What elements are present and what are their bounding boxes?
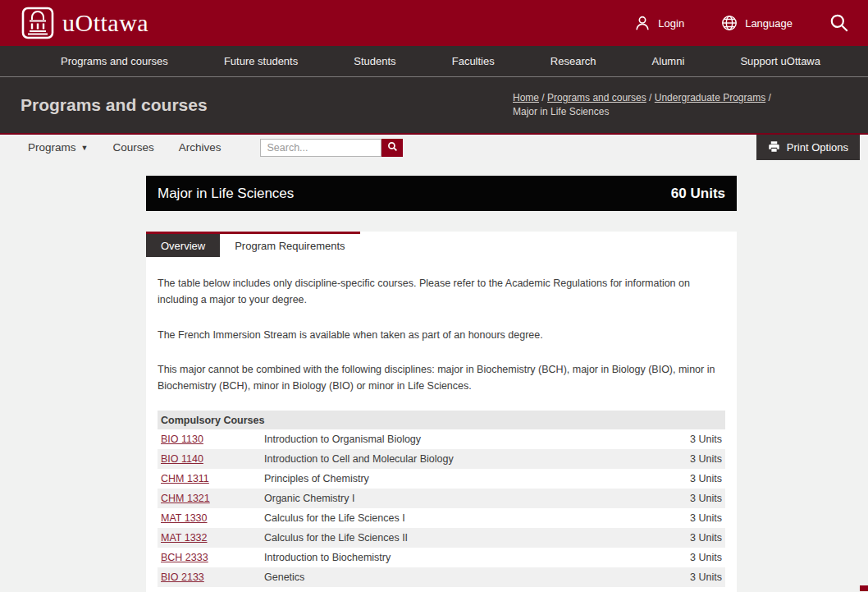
course-units: 3 Units: [668, 587, 725, 592]
login-button[interactable]: Login: [633, 14, 684, 32]
course-title: Introduction to Cell and Molecular Biolo…: [261, 449, 668, 469]
course-title: Calculus for the Life Sciences I: [261, 508, 668, 528]
course-link[interactable]: MAT 1330: [161, 512, 208, 524]
nav-item-programs-and-courses[interactable]: Programs and courses: [61, 55, 168, 67]
program-requirements-panel: The table below includes only discipline…: [146, 257, 737, 592]
course-title: Organic Chemistry I: [261, 489, 668, 508]
search-input[interactable]: [260, 139, 381, 157]
course-title: Introduction to Organismal Biology: [261, 429, 668, 449]
toolbar-searchbox: [260, 139, 403, 157]
course-link[interactable]: BIO 1140: [161, 453, 203, 465]
content-area: Major in Life Sciences 60 Units Overview…: [0, 160, 868, 591]
table-row: MAT 1330 Calculus for the Life Sciences …: [158, 508, 725, 528]
nav-item-alumni[interactable]: Alumni: [652, 55, 685, 67]
nav-item-students[interactable]: Students: [354, 55, 395, 67]
page-title: Programs and courses: [21, 95, 208, 115]
main-nav: Programs and courses Future students Stu…: [0, 46, 868, 77]
language-button[interactable]: Language: [720, 14, 793, 32]
course-link[interactable]: MAT 1332: [161, 532, 208, 544]
course-link[interactable]: CHM 1321: [161, 493, 210, 504]
toolbar-programs-dropdown[interactable]: Programs ▼: [28, 141, 88, 154]
table-row: BIO 1140 Introduction to Cell and Molecu…: [158, 449, 725, 469]
login-label: Login: [658, 17, 684, 30]
search-icon: [387, 141, 398, 154]
breadcrumb: Home / Programs and courses / Undergradu…: [513, 91, 783, 119]
header-search-button[interactable]: [829, 12, 850, 34]
compulsory-courses-table: Compulsory Courses BIO 1130 Introduction…: [158, 411, 725, 592]
course-units: 3 Units: [668, 429, 725, 449]
globe-icon: [720, 14, 738, 32]
program-banner: Major in Life Sciences 60 Units: [146, 176, 737, 211]
breadcrumb-separator: /: [649, 92, 655, 103]
nav-item-support-uottawa[interactable]: Support uOttawa: [740, 55, 820, 67]
course-link[interactable]: BIO 1130: [161, 434, 203, 445]
program-units: 60 Units: [671, 186, 725, 202]
tab-overview[interactable]: Overview: [146, 234, 220, 257]
search-submit-button[interactable]: [381, 139, 403, 157]
course-units: 3 Units: [668, 508, 725, 528]
course-units: 3 Units: [668, 469, 725, 489]
breadcrumb-programs-and-courses[interactable]: Programs and courses: [547, 92, 646, 103]
brand-wordmark: uOttawa: [62, 9, 148, 37]
program-card: Overview Program Requirements The table …: [146, 232, 737, 592]
print-options-button[interactable]: Print Options: [756, 135, 860, 160]
tab-program-requirements[interactable]: Program Requirements: [220, 234, 359, 257]
tab-group: Overview Program Requirements: [146, 232, 360, 257]
breadcrumb-home[interactable]: Home: [513, 92, 539, 103]
course-link[interactable]: BCH 2333: [161, 552, 208, 563]
toolbar: Programs ▼ Courses Archives Print Option…: [0, 135, 868, 160]
page-title-band: Programs and courses Home / Programs and…: [0, 77, 868, 133]
uottawa-crest-icon: [21, 7, 54, 39]
table-row: BIO 2133 Genetics 3 Units: [158, 567, 725, 587]
course-title: Principles of Chemistry: [261, 469, 668, 489]
nav-item-research[interactable]: Research: [550, 55, 596, 67]
paragraph-discipline-note: The table below includes only discipline…: [158, 275, 725, 309]
course-units: 3 Units: [668, 449, 725, 469]
toolbar-archives-link[interactable]: Archives: [179, 141, 222, 154]
course-units: 3 Units: [668, 567, 725, 587]
chevron-down-icon: ▼: [81, 144, 89, 152]
breadcrumb-current: Major in Life Sciences: [513, 106, 609, 117]
table-row: CHM 2120 Organic Chemistry II 3 Units: [158, 587, 725, 592]
table-header-row: Compulsory Courses: [158, 411, 725, 429]
toolbar-courses-link[interactable]: Courses: [112, 141, 153, 154]
person-icon: [633, 14, 651, 32]
course-title: Introduction to Biochemistry: [261, 548, 668, 567]
uottawa-logo[interactable]: uOttawa: [21, 7, 148, 39]
course-units: 3 Units: [668, 548, 725, 567]
breadcrumb-separator: /: [769, 92, 771, 103]
paragraph-combination-restrictions: This major cannot be combined with the f…: [158, 361, 725, 395]
nav-item-faculties[interactable]: Faculties: [452, 55, 495, 67]
table-row: MAT 1332 Calculus for the Life Sciences …: [158, 528, 725, 548]
table-header: Compulsory Courses: [158, 411, 725, 429]
programs-dropdown-label: Programs: [28, 141, 76, 154]
program-title: Major in Life Sciences: [158, 186, 294, 202]
course-link[interactable]: CHM 1311: [161, 473, 209, 484]
scroll-top-corner[interactable]: [860, 585, 868, 591]
course-units: 3 Units: [668, 528, 725, 548]
table-row: BCH 2333 Introduction to Biochemistry 3 …: [158, 548, 725, 567]
printer-icon: [768, 140, 780, 155]
language-label: Language: [745, 17, 793, 30]
table-row: CHM 1321 Organic Chemistry I 3 Units: [158, 489, 725, 508]
course-title: Calculus for the Life Sciences II: [261, 528, 668, 548]
breadcrumb-undergraduate-programs[interactable]: Undergraduate Programs: [655, 92, 765, 103]
top-header: uOttawa Login Language: [0, 0, 868, 46]
table-row: BIO 1130 Introduction to Organismal Biol…: [158, 429, 725, 449]
course-link[interactable]: BIO 2133: [161, 571, 204, 583]
print-options-label: Print Options: [787, 141, 848, 154]
course-units: 3 Units: [668, 489, 725, 508]
course-title: Genetics: [261, 567, 668, 587]
table-row: CHM 1311 Principles of Chemistry 3 Units: [158, 469, 725, 489]
paragraph-french-immersion: The French Immersion Stream is available…: [158, 327, 725, 343]
nav-item-future-students[interactable]: Future students: [224, 55, 298, 67]
course-title: Organic Chemistry II: [261, 587, 668, 592]
tab-row: Overview Program Requirements: [146, 232, 737, 257]
search-icon: [829, 12, 850, 34]
